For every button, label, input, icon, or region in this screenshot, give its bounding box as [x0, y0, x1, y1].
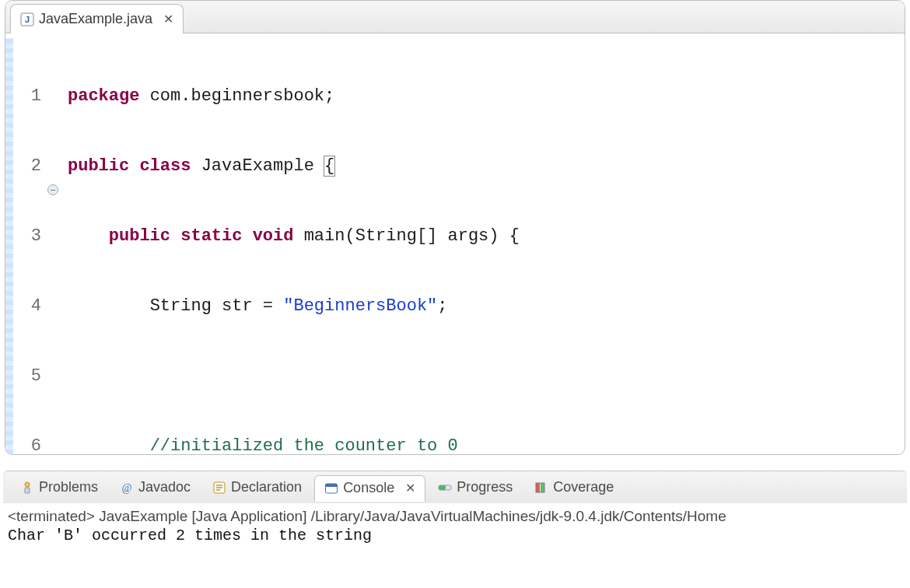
console-panel: <terminated> JavaExample [Java Applicati…: [0, 503, 910, 552]
code-line: public class JavaExample {: [68, 155, 905, 178]
tab-coverage[interactable]: Coverage: [525, 474, 623, 501]
svg-rect-11: [541, 483, 544, 492]
line-number: 5: [13, 365, 41, 388]
line-number-column: 1 2 3 4 5 6 7 8 9 10 11 12 13 14 15 16 1…: [13, 38, 46, 454]
console-icon: [324, 481, 338, 495]
code-line: package com.beginnersbook;: [68, 85, 905, 108]
tab-label: Progress: [457, 479, 513, 495]
javadoc-icon: @: [120, 481, 134, 495]
fold-toggle-icon[interactable]: [46, 178, 60, 201]
tab-javadoc[interactable]: @ Javadoc: [110, 474, 200, 501]
line-number: 6: [13, 435, 41, 454]
svg-rect-9: [439, 485, 446, 490]
close-icon[interactable]: ✕: [163, 12, 173, 26]
tab-label: Problems: [39, 479, 98, 495]
gutter: 1 2 3 4 5 6 7 8 9 10 11 12 13 14 15 16 1…: [5, 38, 60, 454]
editor-tab-bar: J JavaExample.java ✕: [5, 1, 905, 33]
svg-text:@: @: [122, 482, 132, 494]
tab-problems[interactable]: Problems: [11, 474, 107, 501]
code-line: //initialized the counter to 0: [68, 435, 905, 454]
svg-text:J: J: [25, 15, 30, 24]
line-number: 1: [13, 85, 41, 108]
problems-icon: [20, 481, 34, 495]
tab-declaration[interactable]: Declaration: [203, 474, 311, 501]
svg-rect-7: [326, 484, 338, 487]
tab-label: Declaration: [231, 479, 302, 495]
line-number: 2: [13, 155, 41, 178]
progress-icon: [438, 481, 452, 495]
console-output: Char 'B' occurred 2 times in the string: [8, 527, 902, 544]
editor-tab-javaexample[interactable]: J JavaExample.java ✕: [10, 4, 184, 33]
svg-rect-10: [536, 483, 540, 492]
close-icon[interactable]: ✕: [405, 481, 415, 495]
code-column[interactable]: package com.beginnersbook; public class …: [60, 38, 905, 454]
tab-progress[interactable]: Progress: [429, 474, 522, 501]
views-tab-bar: Problems @ Javadoc Declaration Console ✕…: [3, 471, 907, 503]
fold-column: [46, 38, 60, 454]
declaration-icon: [212, 481, 226, 495]
svg-rect-3: [25, 488, 30, 493]
tab-label: Coverage: [553, 479, 614, 495]
line-number: 4: [13, 295, 41, 318]
svg-point-2: [25, 482, 30, 487]
tab-label: Javadoc: [138, 479, 191, 495]
code-area[interactable]: 1 2 3 4 5 6 7 8 9 10 11 12 13 14 15 16 1…: [5, 33, 905, 454]
coverage-icon: [534, 481, 548, 495]
editor-panel: J JavaExample.java ✕ 1 2 3 4 5 6 7 8 9 1…: [5, 0, 905, 455]
tab-label: Console: [343, 480, 394, 496]
annotation-strip: [5, 38, 13, 454]
java-file-icon: J: [20, 12, 34, 26]
line-number: 3: [13, 225, 41, 248]
tab-console[interactable]: Console ✕: [314, 475, 425, 502]
editor-tab-label: JavaExample.java: [39, 11, 152, 27]
console-header: <terminated> JavaExample [Java Applicati…: [8, 508, 902, 525]
code-line: public static void main(String[] args) {: [68, 225, 905, 248]
code-line: [68, 365, 905, 388]
code-line: String str = "BeginnersBook";: [68, 295, 905, 318]
